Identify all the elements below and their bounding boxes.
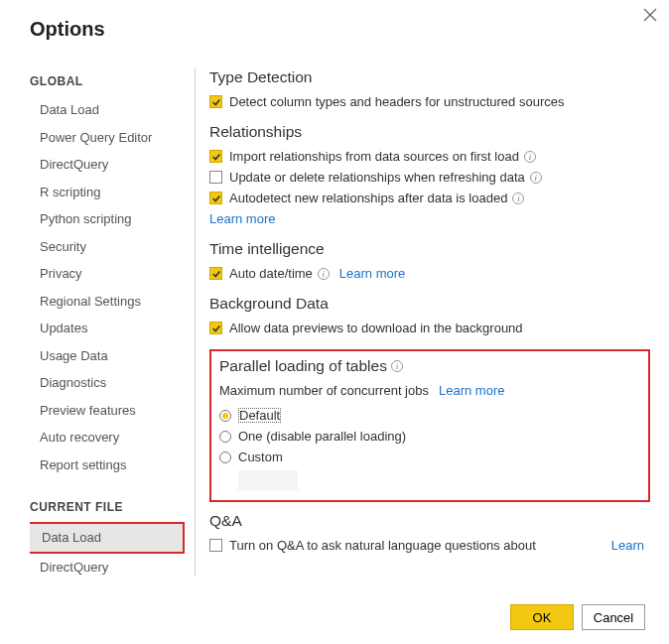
relationships-group: Relationships Import relationships from …: [209, 123, 650, 226]
radio-icon[interactable]: [219, 410, 231, 422]
relationships-title: Relationships: [209, 123, 650, 141]
checkbox-icon[interactable]: [209, 171, 222, 184]
custom-jobs-input[interactable]: [238, 470, 298, 490]
sidebar-item-r-scripting[interactable]: R scripting: [30, 179, 185, 206]
info-icon[interactable]: i: [530, 172, 542, 184]
detect-column-types-label: Detect column types and headers for unst…: [229, 94, 564, 109]
ok-button[interactable]: OK: [510, 604, 574, 630]
sidebar-item-directquery[interactable]: DirectQuery: [30, 151, 185, 179]
auto-date-time-row[interactable]: Auto date/time i Learn more: [209, 266, 650, 281]
sidebar-item-data-load[interactable]: Data Load: [30, 96, 185, 124]
background-data-group: Background Data Allow data previews to d…: [209, 295, 650, 335]
update-relationships-row[interactable]: Update or delete relationships when refr…: [209, 170, 650, 185]
radio-one-label: One (disable parallel loading): [238, 429, 406, 444]
sidebar-item-current-data-load[interactable]: Data Load: [30, 522, 185, 554]
qa-learn-link[interactable]: Learn: [611, 538, 644, 553]
sidebar-item-regional-settings[interactable]: Regional Settings: [30, 288, 185, 316]
vertical-divider: [195, 68, 196, 577]
parallel-loading-title: Parallel loading of tables i: [219, 357, 638, 375]
sidebar-header-global: GLOBAL: [30, 68, 185, 96]
parallel-sub-label: Maximum number of concurrent jobs: [219, 383, 429, 398]
checkbox-icon[interactable]: [209, 192, 222, 204]
sidebar-item-python-scripting[interactable]: Python scripting: [30, 205, 185, 233]
dialog-footer: OK Cancel: [510, 604, 645, 630]
checkbox-icon[interactable]: [209, 150, 222, 163]
sidebar-item-preview-features[interactable]: Preview features: [30, 397, 185, 425]
checkbox-icon[interactable]: [209, 539, 222, 552]
allow-background-preview-label: Allow data previews to download in the b…: [229, 321, 523, 335]
update-relationships-label: Update or delete relationships when refr…: [229, 170, 525, 185]
auto-date-time-label: Auto date/time: [229, 266, 313, 281]
sidebar-header-current-file: CURRENT FILE: [30, 494, 185, 522]
import-relationships-label: Import relationships from data sources o…: [229, 149, 519, 164]
sidebar-item-usage-data[interactable]: Usage Data: [30, 342, 185, 370]
import-relationships-row[interactable]: Import relationships from data sources o…: [209, 149, 650, 164]
time-learn-more-link[interactable]: Learn more: [339, 266, 405, 281]
sidebar-item-updates[interactable]: Updates: [30, 315, 185, 342]
sidebar-item-report-settings[interactable]: Report settings: [30, 451, 185, 479]
type-detection-title: Type Detection: [209, 68, 650, 86]
relationships-learn-more-link[interactable]: Learn more: [209, 211, 650, 226]
main-panel[interactable]: Type Detection Detect column types and h…: [209, 68, 654, 577]
parallel-sub-row: Maximum number of concurrent jobs Learn …: [219, 383, 638, 398]
sidebar-item-current-directquery[interactable]: DirectQuery: [30, 554, 185, 578]
dialog-title: Options: [30, 18, 654, 41]
radio-custom-row[interactable]: Custom: [219, 450, 638, 464]
type-detection-group: Type Detection Detect column types and h…: [209, 68, 650, 109]
qa-group: Q&A Turn on Q&A to ask natural language …: [209, 512, 650, 553]
radio-icon[interactable]: [219, 431, 231, 443]
parallel-loading-group: Parallel loading of tables i Maximum num…: [209, 349, 650, 502]
cancel-button[interactable]: Cancel: [582, 604, 645, 630]
close-icon[interactable]: [643, 8, 657, 22]
info-icon[interactable]: i: [318, 268, 330, 280]
checkbox-icon[interactable]: [209, 267, 222, 280]
radio-custom-label: Custom: [238, 450, 283, 464]
sidebar-item-diagnostics[interactable]: Diagnostics: [30, 369, 185, 397]
qa-enable-label: Turn on Q&A to ask natural language ques…: [229, 538, 536, 553]
time-intelligence-group: Time intelligence Auto date/time i Learn…: [209, 240, 650, 281]
autodetect-relationships-label: Autodetect new relationships after data …: [229, 191, 507, 205]
radio-one-row[interactable]: One (disable parallel loading): [219, 429, 638, 444]
autodetect-relationships-row[interactable]: Autodetect new relationships after data …: [209, 191, 650, 205]
options-dialog: Options GLOBAL Data Load Power Query Edi…: [0, 0, 669, 644]
radio-icon[interactable]: [219, 451, 231, 463]
sidebar-item-power-query-editor[interactable]: Power Query Editor: [30, 124, 185, 152]
info-icon[interactable]: i: [391, 360, 403, 372]
content-area: GLOBAL Data Load Power Query Editor Dire…: [30, 68, 654, 577]
sidebar-item-privacy[interactable]: Privacy: [30, 260, 185, 288]
qa-enable-row[interactable]: Turn on Q&A to ask natural language ques…: [209, 538, 650, 553]
time-intelligence-title: Time intelligence: [209, 240, 650, 258]
allow-background-preview-row[interactable]: Allow data previews to download in the b…: [209, 321, 650, 335]
radio-default-label: Default: [238, 408, 281, 423]
detect-column-types-row[interactable]: Detect column types and headers for unst…: [209, 94, 650, 109]
sidebar-item-security[interactable]: Security: [30, 233, 185, 261]
background-data-title: Background Data: [209, 295, 650, 313]
info-icon[interactable]: i: [524, 151, 536, 163]
sidebar-item-auto-recovery[interactable]: Auto recovery: [30, 424, 185, 451]
qa-title: Q&A: [209, 512, 650, 530]
info-icon[interactable]: i: [512, 193, 524, 204]
sidebar[interactable]: GLOBAL Data Load Power Query Editor Dire…: [30, 68, 185, 577]
radio-default-row[interactable]: Default: [219, 408, 638, 423]
checkbox-icon[interactable]: [209, 95, 222, 108]
parallel-learn-more-link[interactable]: Learn more: [439, 383, 504, 398]
checkbox-icon[interactable]: [209, 322, 222, 334]
